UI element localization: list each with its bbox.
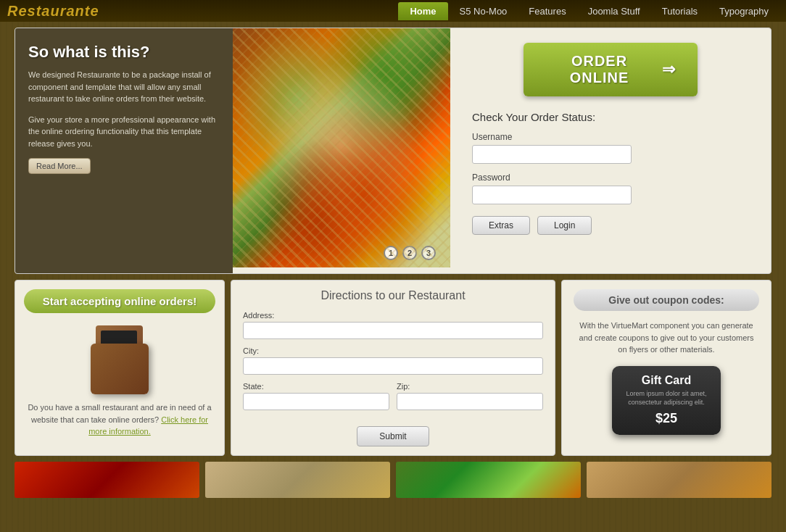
- arrow-icon: ⇒: [662, 60, 676, 79]
- gift-card: Gift Card Lorem ipsum dolor sit amet, co…: [612, 366, 721, 435]
- coupons-header: Give out coupon codes:: [574, 289, 759, 311]
- pagination-dot-2[interactable]: 2: [402, 246, 417, 260]
- panel-orders-header: Start accepting online orders!: [24, 289, 215, 313]
- username-input[interactable]: [472, 145, 632, 164]
- nav-tutorials[interactable]: Tutorials: [652, 3, 708, 20]
- hero-image: 1 2 3: [233, 28, 450, 267]
- username-label: Username: [472, 132, 749, 142]
- thumb-1[interactable]: [15, 462, 199, 498]
- state-input[interactable]: [243, 393, 389, 410]
- address-input[interactable]: [243, 322, 543, 339]
- password-input[interactable]: [472, 186, 632, 204]
- coupons-description: With the VirtueMart component you can ge…: [574, 320, 759, 356]
- pagination-dot-1[interactable]: 1: [384, 246, 398, 260]
- nav-typography[interactable]: Typography: [709, 3, 779, 20]
- hero-right: ORDER ONLINE ⇒ Check Your Order Status: …: [450, 28, 771, 273]
- zip-col: Zip:: [397, 382, 543, 417]
- extras-button[interactable]: Extras: [472, 216, 530, 235]
- hero-left: So what is this? We designed Restaurante…: [15, 28, 233, 273]
- hero-title: So what is this?: [28, 43, 220, 62]
- nav-s5nomoo[interactable]: S5 No-Moo: [450, 3, 518, 20]
- gift-card-price: $25: [655, 411, 677, 426]
- login-button[interactable]: Login: [537, 216, 592, 235]
- directions-title: Directions to our Restaurant: [243, 289, 543, 302]
- panel-orders: Start accepting online orders! Do you ha…: [15, 280, 225, 456]
- city-label: City:: [243, 346, 543, 355]
- gift-card-subtitle: Lorem ipsum dolor sit amet, consectetur …: [619, 390, 713, 407]
- panel-coupons: Give out coupon codes: With the VirtueMa…: [561, 280, 771, 456]
- zip-label: Zip:: [397, 382, 543, 391]
- bottom-panels: Start accepting online orders! Do you ha…: [15, 280, 771, 456]
- city-input[interactable]: [243, 357, 543, 375]
- form-buttons: Extras Login: [472, 216, 749, 235]
- state-col: State:: [243, 382, 389, 417]
- main-wrapper: So what is this? We designed Restaurante…: [15, 28, 771, 498]
- gift-card-title: Gift Card: [642, 374, 691, 387]
- thumbnail-row: [15, 462, 771, 498]
- nav-home[interactable]: Home: [398, 2, 447, 20]
- order-status-panel: Check Your Order Status: Username Passwo…: [472, 111, 749, 235]
- logo: Restaurante: [7, 3, 99, 20]
- nav-features[interactable]: Features: [518, 3, 576, 20]
- zip-input[interactable]: [397, 393, 543, 410]
- order-online-button[interactable]: ORDER ONLINE ⇒: [524, 43, 698, 96]
- pagination-dots: 1 2 3: [384, 246, 436, 260]
- pagination-dot-3[interactable]: 3: [421, 246, 436, 260]
- hero-section: So what is this? We designed Restaurante…: [15, 28, 771, 274]
- nav: Home S5 No-Moo Features Joomla Stuff Tut…: [398, 2, 779, 20]
- state-zip-row: State: Zip:: [243, 382, 543, 417]
- nav-joomla[interactable]: Joomla Stuff: [578, 3, 650, 20]
- thumb-2[interactable]: [205, 462, 390, 498]
- order-online-label: ORDER ONLINE: [545, 53, 653, 86]
- hero-desc2: Give your store a more professional appe…: [28, 114, 220, 150]
- header: Restaurante Home S5 No-Moo Features Joom…: [0, 0, 786, 22]
- cash-register-icon: [15, 322, 224, 394]
- order-status-title: Check Your Order Status:: [472, 111, 749, 123]
- thumb-3[interactable]: [396, 462, 581, 498]
- submit-button[interactable]: Submit: [357, 426, 429, 446]
- password-label: Password: [472, 173, 749, 183]
- panel-orders-desc: Do you have a small restaurant and are i…: [15, 402, 224, 449]
- hero-desc1: We designed Restaurante to be a package …: [28, 69, 220, 105]
- read-more-button[interactable]: Read More...: [28, 158, 91, 174]
- state-label: State:: [243, 382, 389, 391]
- thumb-4[interactable]: [587, 462, 771, 498]
- panel-directions: Directions to our Restaurant Address: Ci…: [231, 280, 555, 456]
- address-label: Address:: [243, 311, 543, 320]
